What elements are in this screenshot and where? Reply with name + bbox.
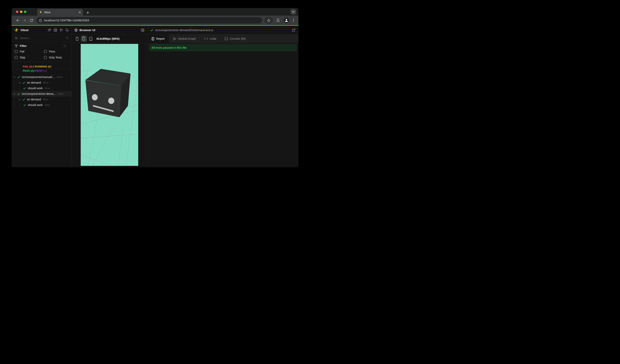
browser-tab[interactable]: Vitest: [37, 9, 83, 15]
address-bar[interactable]: localhost:5173/#/?file=1828625563: [36, 17, 262, 24]
checkbox-skip[interactable]: [15, 56, 17, 59]
filter-label: Only Tests: [49, 56, 62, 59]
skip-count: SKIP (--): [36, 69, 47, 72]
sidebar: Vitest: [12, 26, 72, 167]
clipboard-icon: [151, 37, 155, 41]
test-duration: 43ms: [45, 104, 50, 106]
new-tab-button[interactable]: [86, 11, 89, 14]
tree-row-test[interactable]: should work 55ms: [12, 86, 72, 91]
search-input[interactable]: [20, 37, 66, 40]
report-panel: src/components/on-demand/OnDemand.test.t…: [147, 26, 298, 167]
filter-title: Filter: [20, 44, 27, 47]
filter-option-pass[interactable]: Pass: [44, 48, 72, 55]
app-title: Vitest: [20, 28, 29, 32]
test-duration: 43ms: [43, 98, 48, 101]
bookmark-star-icon[interactable]: [264, 17, 273, 24]
tab-module-graph[interactable]: Module Graph: [169, 34, 200, 43]
zoom-window-button[interactable]: [24, 11, 26, 13]
tab-label: Console (69): [230, 37, 246, 40]
tab-report[interactable]: Report: [147, 34, 169, 43]
summary-separator: /: [33, 65, 34, 68]
close-tab-icon[interactable]: [78, 11, 81, 14]
reload-button[interactable]: [28, 17, 35, 24]
test-duration: 55ms: [45, 87, 50, 89]
collapse-windows-icon[interactable]: [48, 28, 51, 32]
checkbox-pass[interactable]: [44, 50, 47, 53]
checkbox-only-tests[interactable]: [44, 56, 47, 59]
cube-right-eye: [108, 98, 114, 104]
pass-check-icon: [22, 81, 25, 84]
vitest-logo-icon: [14, 28, 19, 32]
clear-filters-icon[interactable]: [63, 44, 66, 47]
pass-count: PASS (2): [23, 69, 34, 72]
tab-console[interactable]: Console (69): [220, 34, 250, 43]
report-content: All tests passed in this file: [147, 43, 298, 167]
viewport-large-mobile-button[interactable]: [81, 36, 87, 42]
test-file-name: src/components/on-dema…: [22, 92, 56, 95]
filter-option-only-tests[interactable]: Only Tests: [44, 55, 72, 60]
tree-row-suite[interactable]: on demand 56ms: [12, 80, 72, 86]
test-file-name: src/components/manual/…: [22, 75, 55, 79]
test-name: should work: [28, 87, 43, 90]
filter-option-fail[interactable]: Fail: [15, 48, 44, 55]
experiments-flask-icon[interactable]: [276, 19, 280, 22]
profile-avatar-icon[interactable]: [284, 18, 289, 23]
filter-label: Skip: [20, 56, 25, 59]
viewport-size-label: 414x896px (68%): [96, 37, 119, 40]
panel-toggle-icon[interactable]: [141, 28, 144, 32]
test-duration: 56ms: [43, 81, 48, 84]
filter-label: Fail: [20, 50, 24, 53]
close-window-button[interactable]: [16, 11, 18, 13]
window-controls: [12, 8, 30, 15]
tab-code[interactable]: Code: [200, 34, 220, 43]
chevron-down-icon[interactable]: [19, 98, 21, 101]
all-tests-passed-banner: All tests passed in this file: [149, 44, 297, 51]
dark-mode-moon-icon[interactable]: [65, 28, 69, 32]
site-info-icon[interactable]: [39, 19, 42, 22]
filter-option-skip[interactable]: Skip: [15, 55, 44, 60]
tab-title: Vitest: [44, 11, 78, 14]
report-tabs: Report Module Graph Code: [147, 34, 298, 43]
test-duration: 56ms: [57, 76, 62, 78]
viewport-tablet-button[interactable]: [88, 36, 94, 42]
chevron-down-icon[interactable]: [13, 76, 16, 78]
back-button[interactable]: [14, 17, 21, 24]
viewport-small-mobile-button[interactable]: [74, 36, 80, 42]
url-text[interactable]: localhost:5173/#/?file=1828625563: [44, 19, 89, 22]
clear-search-filter-icon[interactable]: [66, 37, 69, 40]
tree-row-file-selected[interactable]: src/components/on-dema… 43ms: [12, 91, 72, 97]
pass-check-icon: [23, 87, 26, 90]
tree-row-file[interactable]: src/components/manual/… 56ms: [12, 74, 72, 80]
test-name: should work: [28, 103, 43, 107]
current-file-path: src/components/on-demand/OnDemand.test.t…: [155, 29, 213, 32]
menu-kebab-icon[interactable]: [293, 19, 294, 22]
filter-section: Filter Fail Pass: [12, 42, 72, 62]
tab-search-button[interactable]: [291, 9, 296, 15]
forward-button[interactable]: [21, 17, 28, 24]
search-row: [12, 34, 72, 42]
chevron-down-icon[interactable]: [13, 93, 16, 95]
browser-ui-panel: Browser UI 414x896px (68%): [72, 26, 147, 167]
rendered-test-canvas[interactable]: [81, 44, 138, 166]
run-all-play-icon[interactable]: [60, 28, 63, 32]
suite-name: on demand: [27, 81, 41, 84]
browser-toolbar: localhost:5173/#/?file=1828625563: [12, 15, 298, 25]
tree-row-test[interactable]: should work 43ms: [12, 102, 72, 108]
browser-window: Vitest localhost:5173/#/?file=1828625563: [12, 8, 298, 167]
chevron-down-icon[interactable]: [19, 82, 21, 84]
checkbox-fail[interactable]: [15, 50, 17, 53]
dashboard-icon[interactable]: [54, 28, 57, 32]
test-summary: FAIL (0) / RUNNING (0) PASS (2) / SKIP (…: [12, 64, 72, 73]
tree-row-suite[interactable]: on demand 43ms: [12, 97, 72, 102]
test-tree: src/components/manual/… 56ms on demand 5…: [12, 74, 72, 108]
test-duration: 43ms: [58, 93, 63, 95]
module-graph-icon: [173, 37, 176, 41]
minimize-window-button[interactable]: [20, 11, 22, 13]
suite-name: on demand: [27, 98, 41, 101]
open-external-icon[interactable]: [292, 28, 295, 32]
titlebar: Vitest: [12, 8, 298, 15]
tester-viewport: [72, 43, 147, 167]
tab-label: Module Graph: [178, 37, 196, 40]
fail-count: FAIL (0): [23, 65, 32, 68]
banner-text: All tests passed in this file: [151, 46, 186, 49]
